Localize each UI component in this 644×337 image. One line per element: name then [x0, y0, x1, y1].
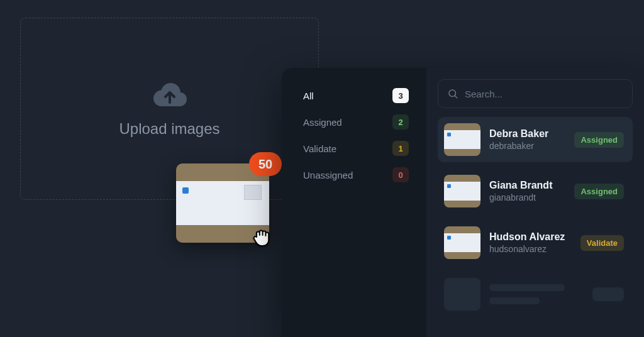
skeleton-status: [592, 287, 624, 301]
result-card-skeleton: [438, 272, 633, 317]
skeleton-thumbnail: [444, 278, 480, 311]
status-badge: Validate: [580, 235, 624, 251]
result-handle: gianabrandt: [489, 192, 565, 202]
grab-cursor-icon: [250, 225, 274, 249]
search-field[interactable]: [438, 79, 633, 108]
skeleton-line: [489, 297, 540, 304]
filter-label: Unassigned: [303, 170, 353, 180]
result-handle: hudsonalvarez: [489, 244, 572, 254]
dragged-image-thumbnail[interactable]: 50: [176, 163, 269, 243]
result-thumbnail: [444, 175, 480, 207]
result-thumbnail: [444, 226, 480, 259]
search-icon: [447, 88, 458, 99]
result-handle: debrabaker: [489, 141, 565, 151]
status-badge: Assigned: [574, 132, 624, 148]
results-list: Debra BakerdebrabakerAssignedGiana Brand…: [438, 117, 633, 317]
filter-label: Validate: [303, 143, 336, 154]
result-thumbnail: [444, 123, 480, 156]
skeleton-line: [489, 284, 565, 291]
result-info: Giana Brandtgianabrandt: [489, 180, 565, 202]
result-card[interactable]: Hudson AlvarezhudsonalvarezValidate: [438, 220, 633, 265]
result-name: Giana Brandt: [489, 180, 565, 191]
filter-row[interactable]: All3: [303, 88, 409, 103]
upload-dropzone-label: Upload images: [119, 120, 219, 138]
svg-point-0: [449, 90, 456, 97]
status-badge: Assigned: [574, 184, 624, 199]
filter-row[interactable]: Assigned2: [303, 114, 409, 130]
drag-count-badge: 50: [249, 152, 282, 176]
filter-count-badge: 3: [392, 88, 409, 103]
result-name: Hudson Alvarez: [489, 231, 572, 243]
result-card[interactable]: Giana BrandtgianabrandtAssigned: [438, 168, 633, 214]
filter-count-badge: 2: [392, 114, 409, 130]
result-info: Debra Bakerdebrabaker: [489, 128, 565, 151]
filter-label: Assigned: [303, 117, 342, 128]
search-input[interactable]: [465, 89, 623, 99]
results-column: Debra BakerdebrabakerAssignedGiana Brand…: [426, 68, 644, 337]
filter-count-badge: 1: [392, 141, 409, 156]
svg-line-1: [455, 96, 457, 97]
filter-row[interactable]: Unassigned0: [303, 167, 409, 182]
skeleton-info: [489, 284, 584, 304]
filter-row[interactable]: Validate1: [303, 141, 409, 156]
assignment-panel: All3Assigned2Validate1Unassigned0 Debra …: [282, 68, 644, 337]
result-info: Hudson Alvarezhudsonalvarez: [489, 231, 572, 254]
filter-count-badge: 0: [392, 167, 409, 182]
result-card[interactable]: Debra BakerdebrabakerAssigned: [438, 117, 633, 162]
filter-label: All: [303, 91, 314, 101]
result-name: Debra Baker: [489, 128, 565, 140]
filter-list: All3Assigned2Validate1Unassigned0: [282, 68, 426, 337]
cloud-upload-icon: [150, 80, 189, 109]
